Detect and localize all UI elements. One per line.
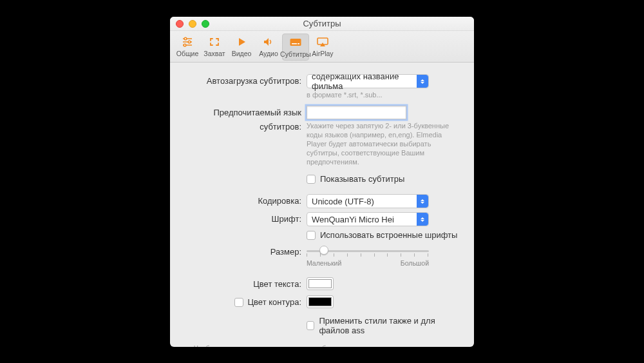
autoload-select-value: содержащих название фильма (312, 72, 428, 91)
svg-rect-10 (298, 43, 299, 44)
checkbox-icon (307, 175, 316, 184)
tab-video[interactable]: Видео (228, 34, 255, 59)
size-slider[interactable] (307, 245, 429, 257)
svg-rect-9 (292, 43, 297, 44)
lang-label: Предпочитаемый язык субтитров: (183, 106, 307, 134)
tab-label: Общие (176, 50, 199, 57)
font-select-value: WenQuanYi Micro Hei (312, 215, 394, 224)
checkbox-icon (307, 231, 316, 240)
tab-label: Захват (204, 50, 225, 57)
chevron-updown-icon (417, 75, 428, 88)
chevron-updown-icon (417, 195, 428, 208)
tab-capture[interactable]: Захват (201, 34, 228, 59)
size-max-label: Большой (401, 259, 429, 267)
slider-knob[interactable] (319, 246, 328, 255)
use-embedded-fonts-label: Использовать встроенные шрифты (320, 230, 457, 240)
text-color-label: Цвет текста: (183, 277, 307, 291)
fullscreen-icon (206, 35, 223, 49)
size-min-label: Маленький (307, 259, 341, 267)
speaker-icon (260, 35, 277, 49)
sliders-icon (179, 35, 196, 49)
autoload-label: Автозагрузка субтитров: (183, 74, 307, 88)
encoding-label: Кодировка: (183, 194, 307, 208)
svg-rect-8 (290, 39, 301, 46)
color-swatch (308, 297, 332, 306)
svg-point-4 (188, 41, 191, 43)
outline-color-label: Цвет контура: (247, 295, 301, 309)
restart-note: Чтобы изменения вступили в силу, необход… (183, 344, 461, 347)
tab-general[interactable]: Общие (174, 34, 201, 59)
tab-subtitles[interactable]: Субтитры (282, 34, 309, 61)
preferences-window: Субтитры Общие Захват Видео Аудио (170, 17, 474, 347)
outline-color-checkbox[interactable] (234, 298, 243, 307)
autoload-select[interactable]: содержащих название фильма (307, 74, 429, 88)
window-title: Субтитры (170, 19, 474, 28)
svg-point-5 (184, 44, 186, 46)
svg-marker-7 (264, 38, 269, 46)
tab-airplay[interactable]: AirPlay (309, 34, 336, 59)
preferences-content: Автозагрузка субтитров: содержащих назва… (170, 63, 474, 347)
subtitles-icon (287, 35, 304, 50)
chevron-updown-icon (417, 213, 428, 226)
apply-ass-label: Применить стили также и для файлов ass (319, 316, 461, 335)
encoding-select-value: Unicode (UTF-8) (312, 197, 374, 206)
preferences-toolbar: Общие Захват Видео Аудио Субтитры (170, 31, 474, 63)
text-color-well[interactable] (307, 277, 334, 290)
tab-label: Субтитры (280, 50, 311, 58)
autoload-hint: в формате *.srt, *.sub... (307, 90, 455, 99)
font-select[interactable]: WenQuanYi Micro Hei (307, 212, 429, 226)
apply-ass-checkbox[interactable]: Применить стили также и для файлов ass (307, 316, 461, 335)
tab-label: AirPlay (312, 50, 333, 57)
lang-hint: Укажите через запятую 2- или 3-буквенные… (307, 121, 455, 166)
font-label: Шрифт: (183, 212, 307, 226)
show-subtitles-label: Показывать субтитры (320, 174, 404, 184)
preferred-language-input[interactable] (307, 106, 406, 119)
outline-color-well[interactable] (307, 295, 334, 308)
encoding-select[interactable]: Unicode (UTF-8) (307, 194, 429, 208)
size-label: Размер: (183, 245, 307, 259)
color-swatch (308, 279, 332, 288)
svg-point-3 (184, 37, 187, 40)
use-embedded-fonts-checkbox[interactable]: Использовать встроенные шрифты (307, 230, 461, 240)
tab-label: Видео (232, 50, 252, 57)
svg-marker-6 (239, 38, 245, 46)
tab-audio[interactable]: Аудио (255, 34, 282, 59)
checkbox-icon (307, 321, 314, 330)
show-subtitles-checkbox[interactable]: Показывать субтитры (307, 174, 461, 184)
airplay-icon (314, 35, 331, 49)
play-icon (233, 35, 250, 49)
titlebar: Субтитры (170, 17, 474, 31)
tab-label: Аудио (259, 50, 278, 57)
